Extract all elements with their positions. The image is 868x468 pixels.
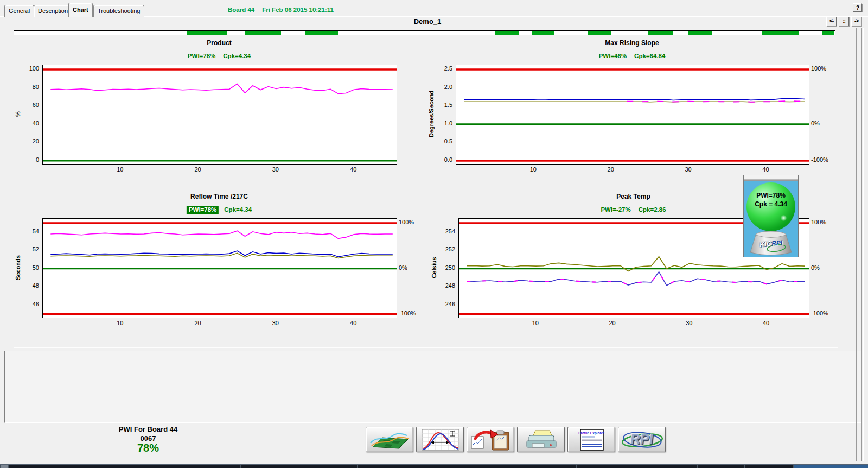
x-tick-label: 40 [757,166,774,173]
chart-pwi-cpk: PWI=-27%Cpk=2.86 [601,206,666,213]
y-tick-label: 0.0 [432,156,452,163]
y-tick-label: 1.5 [432,102,452,108]
tab-description[interactable]: Description [34,5,72,17]
profile-graph-button[interactable] [416,427,464,452]
x-tick-label: 40 [345,166,361,173]
taskbar-item[interactable] [697,465,744,468]
plot-area-product [42,65,397,165]
timestamp: Fri Feb 06 2015 10:21:11 [262,7,334,13]
chart-title: Peak Temp [616,193,650,200]
taskbar-item[interactable] [0,465,8,468]
y-tick-label: 2.5 [432,65,452,72]
x-tick-label: 30 [681,320,697,326]
rpi-logo-text: RPI [629,431,654,447]
right-percent-label: 100% [811,65,826,72]
tab-troubleshooting[interactable]: Troubleshooting [93,5,144,17]
tab-general[interactable]: General [4,5,34,17]
rpi-brand-text: RPI [771,239,783,248]
window-frame-groove [861,28,864,461]
taskbar-item[interactable] [744,465,793,468]
taskbar-item[interactable] [240,465,357,468]
y-tick-label: 54 [18,228,39,235]
progress-segment [762,31,799,35]
y-tick-label: 50 [18,264,39,271]
cpk-value: Cpk=4.34 [223,53,251,59]
profile-graph-icon [418,428,463,452]
x-tick-label: 20 [603,166,619,173]
taskbar-item[interactable] [8,465,124,468]
series-slope-blue [464,98,805,100]
y-tick-label: 20 [18,138,39,144]
window-frame-groove [856,28,858,461]
plot-area-max-rising-slope [456,65,809,165]
footer-pwi-value: 78% [137,442,159,454]
tab-chart[interactable]: Chart [68,3,93,17]
kic-rpi-widget[interactable]: PWI=78% Cpk = 4.34 KICRPI [743,175,799,257]
x-tick-label: 10 [112,166,128,173]
pwi-value: PWI=78% [188,53,215,59]
y-tick-label: 246 [435,301,455,307]
clipboard-copy-icon [468,428,514,452]
taskbar-item[interactable] [793,465,868,468]
y-tick-label: 252 [435,246,455,252]
plot-area-reflow-time [42,218,397,318]
cpk-value: Cpk=2.86 [639,206,666,213]
y-tick-label: 0.5 [432,138,452,144]
footer-pwi-title: PWI For Board 44 [119,425,177,433]
x-tick-label: 20 [190,320,206,326]
taskbar[interactable] [0,464,868,468]
x-tick-label: 30 [680,166,697,173]
y-tick-label: 0 [18,156,39,163]
printer-icon [519,428,564,452]
cpk-value: Cpk=64.84 [634,53,665,59]
y-tick-label: 80 [18,84,39,90]
nav-back-button[interactable]: <- [826,16,837,26]
progress-segment [245,31,281,35]
right-percent-label: 0% [399,264,407,271]
nav-forward-button[interactable]: -> [851,16,861,26]
board-profile-button[interactable] [366,427,413,452]
help-button[interactable]: ? [853,3,862,12]
x-tick-label: 10 [527,320,544,326]
y-tick-label: 60 [18,102,39,108]
right-percent-label: 100% [399,219,414,225]
x-tick-label: 30 [267,320,284,326]
detail-panel [4,351,861,423]
y-tick-label: 48 [18,282,39,289]
taskbar-item[interactable] [357,465,475,468]
y-tick-label: 250 [435,264,455,271]
widget-titlebar[interactable] [744,175,798,181]
pwi-value: PWI=-27% [601,206,630,213]
x-tick-label: 10 [112,320,128,326]
y-tick-label: 52 [18,246,39,252]
progress-segment [495,31,519,35]
progress-segment [187,31,227,35]
chart-pwi-cpk: PWI=46%Cpk=64.84 [599,53,666,59]
cpk-value: Cpk=4.34 [224,206,252,213]
chart-title: Max Rising Slope [605,39,659,47]
taskbar-item[interactable] [576,465,697,468]
taskbar-item[interactable] [475,465,576,468]
right-percent-label: -100% [811,156,828,163]
print-button[interactable] [517,427,565,452]
x-tick-label: 40 [345,320,361,326]
rpi-button[interactable]: RPI [618,427,666,452]
profile-explorer-button[interactable]: Profile Explorer [567,427,615,452]
progress-segment [588,31,611,35]
chart-pwi-cpk: PWI=78%Cpk=4.34 [187,206,252,213]
y-axis-label: % [15,111,21,117]
board-header: Board 44Fri Feb 06 2015 10:21:11 [228,7,334,13]
taskbar-item[interactable] [124,465,240,468]
right-percent-label: -100% [811,310,828,317]
board-progress-bar [14,30,835,35]
right-percent-label: 0% [811,120,820,127]
chart-title: Reflow Time /217C [190,193,248,200]
copy-report-button[interactable] [467,427,514,452]
right-percent-label: -100% [399,310,416,317]
x-tick-label: 30 [267,166,284,173]
progress-segment [688,31,712,35]
nav-grid-button[interactable]: :: [839,16,849,26]
series-reflow-magenta [50,231,393,238]
y-tick-label: 248 [435,282,455,289]
page-title: Demo_1 [414,17,442,26]
